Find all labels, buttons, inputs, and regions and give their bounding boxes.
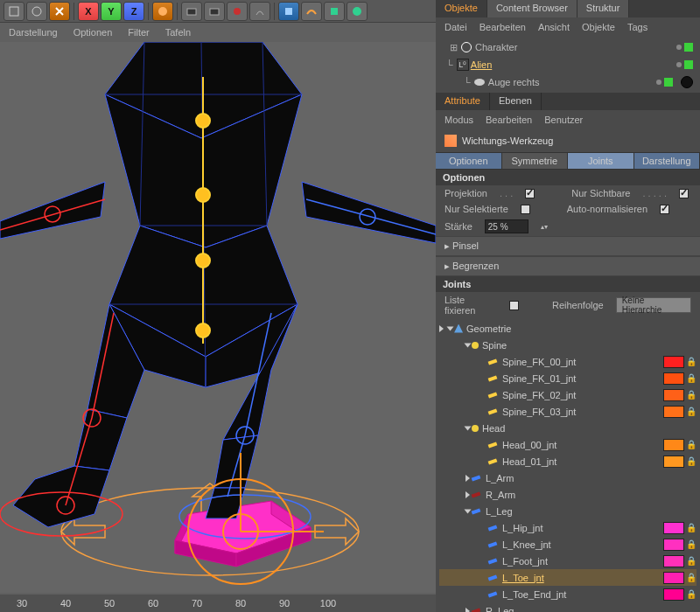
subtab-joints[interactable]: Joints bbox=[568, 153, 634, 169]
jt-spine-0[interactable]: Spine_FK_00_jnt🔒 bbox=[439, 353, 696, 370]
lock-icon[interactable]: 🔒 bbox=[686, 589, 696, 599]
color-swatch[interactable] bbox=[663, 522, 684, 534]
jt-lknee[interactable]: L_Knee_jnt🔒 bbox=[439, 536, 696, 553]
null-icon bbox=[472, 425, 479, 432]
color-swatch[interactable] bbox=[663, 389, 684, 401]
lock-icon[interactable]: 🔒 bbox=[686, 456, 696, 466]
jt-spine-1[interactable]: Spine_FK_01_jnt🔒 bbox=[439, 370, 696, 386]
jt-r-arm[interactable]: R_Arm bbox=[439, 486, 696, 503]
anim-btn-2[interactable] bbox=[204, 2, 225, 21]
am-menu-bearbeiten[interactable]: Bearbeiten bbox=[486, 115, 532, 125]
am-menu-benutzer[interactable]: Benutzer bbox=[544, 115, 583, 125]
mode-btn-1[interactable] bbox=[4, 2, 24, 21]
jt-l-leg[interactable]: L_Leg bbox=[439, 503, 696, 519]
color-swatch[interactable] bbox=[663, 539, 684, 551]
obj-alien[interactable]: └L⁰ Alien bbox=[443, 56, 693, 73]
svg-marker-22 bbox=[13, 466, 109, 527]
axis-y-button[interactable]: Y bbox=[101, 2, 122, 21]
color-swatch[interactable] bbox=[663, 572, 684, 584]
joint-tree[interactable]: Geometrie Spine Spine_FK_00_jnt🔒 Spine_F… bbox=[436, 318, 700, 612]
input-staerke[interactable] bbox=[485, 219, 528, 233]
jt-lhip[interactable]: L_Hip_jnt🔒 bbox=[439, 519, 696, 536]
jt-lfoot[interactable]: L_Foot_jnt🔒 bbox=[439, 553, 696, 569]
mode-btn-active[interactable] bbox=[49, 2, 70, 21]
obj-auge[interactable]: └ Auge rechts bbox=[443, 73, 693, 91]
axis-z-button[interactable]: Z bbox=[123, 2, 144, 21]
subtab-symmetrie[interactable]: Symmetrie bbox=[502, 153, 569, 169]
generator-btn[interactable] bbox=[324, 2, 345, 21]
viewport-canvas[interactable] bbox=[0, 42, 436, 593]
jt-spine[interactable]: Spine bbox=[439, 337, 696, 353]
lock-icon[interactable]: 🔒 bbox=[686, 573, 696, 582]
jt-head-0[interactable]: Head_00_jnt🔒 bbox=[439, 436, 696, 453]
color-swatch[interactable] bbox=[663, 356, 684, 368]
om-menu-objekte[interactable]: Objekte bbox=[582, 22, 615, 32]
lock-icon[interactable]: 🔒 bbox=[686, 556, 696, 566]
material-tag-icon[interactable] bbox=[681, 76, 693, 88]
om-menu-bearbeiten[interactable]: Bearbeiten bbox=[480, 22, 526, 32]
deformer-btn[interactable] bbox=[346, 2, 368, 21]
jt-l-arm[interactable]: L_Arm bbox=[439, 469, 696, 486]
chevron-down-icon bbox=[465, 426, 472, 430]
om-menu-tags[interactable]: Tags bbox=[627, 22, 648, 32]
vp-menu-darstellung[interactable]: Darstellung bbox=[9, 27, 58, 38]
tab-content-browser[interactable]: Content Browser bbox=[487, 0, 578, 17]
color-swatch[interactable] bbox=[663, 372, 684, 385]
world-btn[interactable] bbox=[152, 2, 173, 21]
lock-icon[interactable]: 🔒 bbox=[686, 539, 696, 549]
prim-cube-button[interactable] bbox=[278, 2, 299, 21]
checkbox-liste-fixieren[interactable] bbox=[509, 301, 519, 310]
anim-btn-3[interactable] bbox=[227, 2, 248, 21]
subtab-optionen[interactable]: Optionen bbox=[436, 153, 502, 169]
chevron-down-icon bbox=[465, 343, 472, 347]
spline-btn[interactable] bbox=[301, 2, 322, 21]
tab-struktur[interactable]: Struktur bbox=[578, 0, 630, 17]
lock-icon[interactable]: 🔒 bbox=[686, 523, 696, 532]
dropdown-reihenfolge[interactable]: Keine Hierarchie bbox=[616, 297, 691, 313]
tab-objekte[interactable]: Objekte bbox=[436, 0, 487, 17]
tab-attribute[interactable]: Attribute bbox=[436, 93, 490, 110]
anim-btn-1[interactable] bbox=[181, 2, 202, 21]
subtab-darstellung[interactable]: Darstellung bbox=[634, 153, 701, 169]
lock-icon[interactable]: 🔒 bbox=[686, 440, 696, 449]
svg-point-5 bbox=[234, 8, 241, 15]
vp-menu-filter[interactable]: Filter bbox=[128, 27, 149, 38]
om-menu-datei[interactable]: Datei bbox=[444, 22, 467, 32]
expander-begrenzen[interactable]: Begrenzen bbox=[436, 256, 700, 276]
lock-icon[interactable]: 🔒 bbox=[686, 357, 696, 366]
jt-head[interactable]: Head bbox=[439, 420, 696, 436]
vp-menu-optionen[interactable]: Optionen bbox=[74, 27, 113, 38]
am-menu-modus[interactable]: Modus bbox=[444, 115, 473, 125]
anim-btn-4[interactable] bbox=[249, 2, 270, 21]
jt-geometrie[interactable]: Geometrie bbox=[439, 320, 696, 337]
color-swatch[interactable] bbox=[663, 456, 684, 468]
expander-pinsel[interactable]: Pinsel bbox=[436, 236, 700, 256]
axis-x-button[interactable]: X bbox=[78, 2, 99, 21]
jt-r-leg[interactable]: R_Leg bbox=[439, 602, 696, 612]
jt-spine-3[interactable]: Spine_FK_03_jnt🔒 bbox=[439, 403, 696, 420]
lock-icon[interactable]: 🔒 bbox=[686, 390, 696, 400]
om-menu-ansicht[interactable]: Ansicht bbox=[538, 22, 570, 32]
timeline-ruler[interactable]: 30 40 50 60 70 80 90 100 bbox=[0, 595, 436, 612]
color-swatch[interactable] bbox=[663, 555, 684, 567]
vp-menu-tafeln[interactable]: Tafeln bbox=[165, 27, 191, 38]
checkbox-nur-sichtbare[interactable] bbox=[679, 189, 689, 198]
tab-ebenen[interactable]: Ebenen bbox=[490, 93, 542, 110]
lock-icon[interactable]: 🔒 bbox=[686, 373, 696, 383]
color-swatch[interactable] bbox=[663, 406, 684, 418]
label-projektion: Projektion bbox=[444, 188, 487, 198]
mode-btn-2[interactable] bbox=[26, 2, 47, 21]
jt-spine-2[interactable]: Spine_FK_02_jnt🔒 bbox=[439, 386, 696, 403]
jt-ltoe-end[interactable]: L_Toe_End_jnt🔒 bbox=[439, 586, 696, 602]
jt-head-1[interactable]: Head_01_jnt🔒 bbox=[439, 453, 696, 469]
color-swatch[interactable] bbox=[663, 439, 684, 451]
object-tree[interactable]: ⊞ Charakter └L⁰ Alien └ Auge rechts bbox=[436, 37, 700, 93]
obj-charakter[interactable]: ⊞ Charakter bbox=[443, 38, 693, 56]
chevron-right-icon bbox=[466, 491, 470, 498]
lock-icon[interactable]: 🔒 bbox=[686, 407, 696, 416]
color-swatch[interactable] bbox=[663, 588, 684, 601]
checkbox-nur-selektierte[interactable] bbox=[521, 205, 530, 214]
checkbox-projektion[interactable] bbox=[525, 189, 535, 198]
checkbox-auto-norm[interactable] bbox=[660, 205, 669, 214]
jt-ltoe-selected[interactable]: L_Toe_jnt🔒 bbox=[439, 569, 696, 586]
